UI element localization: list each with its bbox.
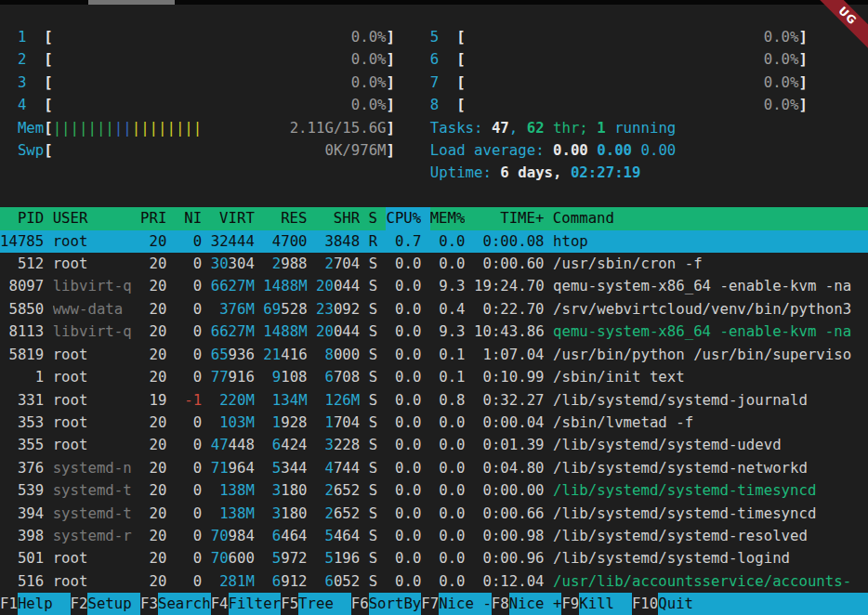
cell-spacer bbox=[308, 413, 316, 431]
process-row[interactable]: 516 root 20 0 281M 6912 6052 S 0.0 0.0 0… bbox=[0, 570, 868, 593]
process-row[interactable]: 14785 root 20 0 32444 4700 3848 R 0.7 0.… bbox=[0, 230, 868, 253]
mem-value-prefix: 6 bbox=[324, 368, 333, 386]
cpu-meter-4-bar: 0.0% bbox=[53, 94, 387, 116]
pad bbox=[395, 141, 430, 159]
cell-spacer bbox=[545, 391, 553, 409]
cell-spacer bbox=[255, 572, 263, 590]
mem-value-prefix: 30 bbox=[211, 255, 229, 272]
cell-virt: 32444 bbox=[211, 230, 255, 253]
cell-pid: 8097 bbox=[0, 275, 44, 297]
process-row[interactable]: 8113 libvirt-q 20 0 6627M 1488M 20044 S … bbox=[0, 321, 868, 343]
mem-value-suffix: 092 bbox=[334, 300, 360, 318]
fkey-f10-quit[interactable]: F10Quit bbox=[632, 593, 868, 615]
mem-value-prefix: 9 bbox=[272, 368, 281, 386]
process-row[interactable]: 539 systemd-t 20 0 138M 3180 2652 S 0.0 … bbox=[0, 479, 868, 502]
meter-bracket-close: ] bbox=[387, 73, 395, 91]
cell-spacer bbox=[545, 232, 553, 250]
column-header-pri[interactable]: PRI bbox=[140, 207, 166, 229]
fkey-f9-kill[interactable]: F9Kill bbox=[561, 593, 632, 615]
process-row[interactable]: 5850 www-data 20 0 376M 69528 23092 S 0.… bbox=[0, 298, 868, 321]
cell-spacer bbox=[377, 346, 386, 363]
pad bbox=[0, 28, 18, 46]
fkey-key: F6 bbox=[351, 593, 369, 615]
process-row[interactable]: 501 root 20 0 70600 5972 5196 S 0.0 0.0 … bbox=[0, 547, 868, 569]
column-header-virt[interactable]: VIRT bbox=[211, 207, 255, 229]
fkey-f6-sortby[interactable]: F6SortBy bbox=[351, 593, 422, 615]
column-header-mem[interactable]: MEM% bbox=[430, 207, 466, 229]
column-header-shr[interactable]: SHR bbox=[316, 207, 360, 229]
mem-value-suffix: 652 bbox=[334, 504, 360, 522]
cell-res: 1488M bbox=[263, 321, 307, 343]
table-header: PID USER PRI NI VIRT RES SHR S CPU% MEM%… bbox=[0, 207, 868, 229]
cell-spacer bbox=[202, 300, 210, 318]
fkey-key: F10 bbox=[632, 593, 658, 615]
cell-s: S bbox=[369, 547, 377, 569]
meter-bracket-close: ] bbox=[387, 141, 395, 159]
process-row[interactable]: 398 systemd-r 20 0 70984 6464 5464 S 0.0… bbox=[0, 525, 868, 547]
process-row[interactable]: 394 systemd-t 20 0 138M 3180 2652 S 0.0 … bbox=[0, 503, 868, 525]
process-row[interactable]: 355 root 20 0 47448 6424 3228 S 0.0 0.0 … bbox=[0, 434, 868, 456]
cell-cpu: 0.0 bbox=[387, 275, 422, 297]
fkey-f5-tree[interactable]: F5Tree bbox=[281, 593, 351, 615]
process-row[interactable]: 331 root 19 -1 220M 134M 126M S 0.0 0.8 … bbox=[0, 389, 868, 412]
column-header-ni[interactable]: NI bbox=[176, 207, 202, 229]
column-header-user[interactable]: USER bbox=[53, 207, 132, 229]
process-row[interactable]: 5819 root 20 0 65936 21416 8000 S 0.0 0.… bbox=[0, 344, 868, 366]
process-row[interactable]: 376 systemd-n 20 0 71964 5344 4744 S 0.0… bbox=[0, 457, 868, 479]
cell-spacer bbox=[166, 436, 175, 453]
swp-meter-bar: 0K/976M bbox=[53, 139, 387, 162]
cell-spacer bbox=[421, 504, 429, 522]
cell-spacer bbox=[202, 255, 210, 272]
cell-cmd: qemu-system-x86_64 -enable-kvm -na bbox=[553, 321, 861, 343]
column-header-cmd[interactable]: Command bbox=[553, 207, 861, 229]
cell-s: S bbox=[369, 457, 377, 479]
cell-virt: 138M bbox=[211, 503, 255, 525]
fkey-f1-help[interactable]: F1Help bbox=[0, 593, 71, 615]
fkey-f7-nice[interactable]: F7Nice - bbox=[421, 593, 492, 615]
meter-bracket-open: [ bbox=[44, 119, 52, 137]
mem-value-suffix: 108 bbox=[281, 368, 307, 386]
cell-pri: 20 bbox=[140, 275, 166, 297]
column-header-res[interactable]: RES bbox=[263, 207, 307, 229]
cell-pri: 20 bbox=[140, 344, 166, 366]
cell-spacer bbox=[132, 300, 140, 318]
meter-bracket-close: ] bbox=[387, 119, 395, 137]
cell-time: 0:00.96 bbox=[474, 547, 545, 569]
process-row[interactable]: 353 root 20 0 103M 1928 1704 S 0.0 0.0 0… bbox=[0, 412, 868, 434]
cell-spacer bbox=[360, 549, 368, 567]
cell-user: root bbox=[53, 389, 132, 412]
cell-pid: 394 bbox=[0, 503, 44, 525]
cell-cpu: 0.0 bbox=[387, 570, 422, 593]
column-header-time[interactable]: TIME+ bbox=[474, 207, 545, 229]
cell-spacer bbox=[166, 549, 175, 567]
mem-value-suffix: 196 bbox=[334, 549, 360, 567]
cell-spacer bbox=[421, 346, 429, 363]
process-row[interactable]: 1 root 20 0 77916 9108 6708 S 0.0 0.1 0:… bbox=[0, 366, 868, 388]
pad bbox=[0, 96, 18, 113]
fkey-f4-filter[interactable]: F4Filter bbox=[211, 593, 282, 615]
cell-spacer bbox=[308, 368, 316, 386]
cell-cpu: 0.0 bbox=[387, 457, 422, 479]
column-header-pid[interactable]: PID bbox=[0, 207, 44, 229]
cell-spacer bbox=[44, 322, 52, 340]
cell-virt: 65936 bbox=[211, 344, 255, 366]
cell-time: 0:00.00 bbox=[474, 479, 545, 502]
process-row[interactable]: 8097 libvirt-q 20 0 6627M 1488M 20044 S … bbox=[0, 275, 868, 297]
column-header-cpu[interactable]: CPU% bbox=[386, 207, 421, 229]
cell-spacer bbox=[202, 436, 210, 453]
mem-value-prefix: 2 bbox=[324, 504, 333, 522]
cell-user: root bbox=[53, 412, 132, 434]
fkey-f3-search[interactable]: F3Search bbox=[140, 593, 211, 615]
cell-spacer bbox=[466, 504, 474, 522]
cell-spacer bbox=[166, 459, 175, 477]
process-row[interactable]: 512 root 20 0 30304 2988 2704 S 0.0 0.0 … bbox=[0, 253, 868, 275]
cell-ni: 0 bbox=[176, 503, 202, 525]
column-header-s[interactable]: S bbox=[369, 207, 377, 229]
meter-bracket-open: [ bbox=[44, 28, 52, 46]
cell-res: 9108 bbox=[263, 366, 307, 388]
cell-shr: 2652 bbox=[316, 479, 360, 502]
cell-mem: 0.0 bbox=[430, 503, 466, 525]
fkey-f8-nice[interactable]: F8Nice + bbox=[492, 593, 562, 615]
cell-res: 1928 bbox=[263, 412, 307, 434]
fkey-f2-setup[interactable]: F2Setup bbox=[71, 593, 141, 615]
